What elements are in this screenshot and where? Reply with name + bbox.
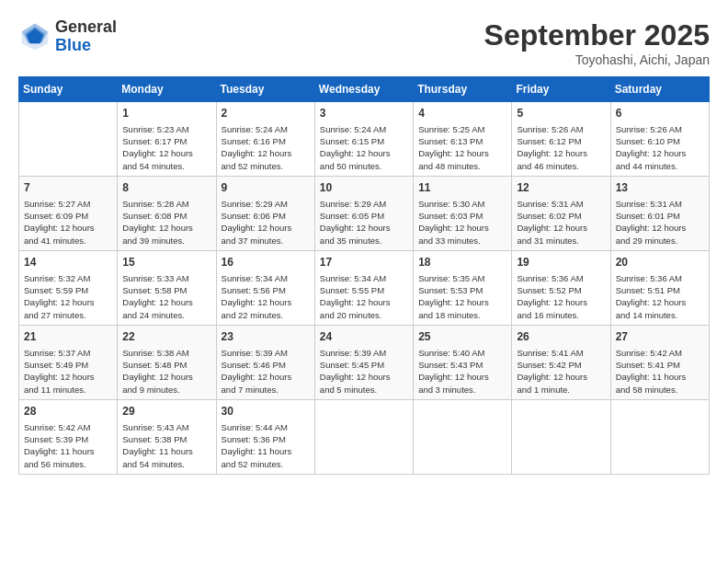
calendar-cell: 27Sunrise: 5:42 AM Sunset: 5:41 PM Dayli… <box>610 325 709 399</box>
day-info: Sunrise: 5:31 AM Sunset: 6:02 PM Dayligh… <box>517 198 605 247</box>
day-number: 30 <box>222 404 310 419</box>
day-number: 19 <box>517 255 605 270</box>
day-number: 9 <box>222 180 310 196</box>
calendar-cell: 11Sunrise: 5:30 AM Sunset: 6:03 PM Dayli… <box>414 176 512 250</box>
day-info: Sunrise: 5:23 AM Sunset: 6:17 PM Dayligh… <box>122 123 210 172</box>
calendar-cell: 24Sunrise: 5:39 AM Sunset: 5:45 PM Dayli… <box>314 325 413 399</box>
calendar-cell: 18Sunrise: 5:35 AM Sunset: 5:53 PM Dayli… <box>414 250 512 325</box>
calendar-cell: 1Sunrise: 5:23 AM Sunset: 6:17 PM Daylig… <box>118 102 216 177</box>
day-info: Sunrise: 5:33 AM Sunset: 5:58 PM Dayligh… <box>122 272 210 321</box>
day-number: 25 <box>418 329 506 345</box>
calendar-cell <box>610 399 709 474</box>
day-info: Sunrise: 5:38 AM Sunset: 5:48 PM Dayligh… <box>122 347 210 396</box>
calendar-cell: 9Sunrise: 5:29 AM Sunset: 6:06 PM Daylig… <box>216 176 314 250</box>
calendar-cell: 3Sunrise: 5:24 AM Sunset: 6:15 PM Daylig… <box>314 102 413 177</box>
day-number: 13 <box>616 180 704 196</box>
day-info: Sunrise: 5:29 AM Sunset: 6:05 PM Dayligh… <box>320 198 408 247</box>
day-info: Sunrise: 5:44 AM Sunset: 5:36 PM Dayligh… <box>222 421 310 470</box>
day-number: 26 <box>517 329 605 345</box>
day-info: Sunrise: 5:37 AM Sunset: 5:49 PM Dayligh… <box>24 347 112 396</box>
day-info: Sunrise: 5:31 AM Sunset: 6:01 PM Dayligh… <box>616 198 704 247</box>
calendar-cell: 22Sunrise: 5:38 AM Sunset: 5:48 PM Dayli… <box>118 325 216 399</box>
day-number: 2 <box>222 106 310 121</box>
day-number: 14 <box>24 255 112 270</box>
day-number: 10 <box>320 180 408 196</box>
calendar-cell: 25Sunrise: 5:40 AM Sunset: 5:43 PM Dayli… <box>414 325 512 399</box>
logo-general-text: General <box>55 17 117 36</box>
calendar-cell <box>19 102 118 177</box>
calendar-cell: 13Sunrise: 5:31 AM Sunset: 6:01 PM Dayli… <box>610 176 709 250</box>
day-number: 28 <box>24 404 112 419</box>
day-info: Sunrise: 5:42 AM Sunset: 5:39 PM Dayligh… <box>24 421 112 470</box>
calendar-cell: 14Sunrise: 5:32 AM Sunset: 5:59 PM Dayli… <box>19 250 118 325</box>
month-title: September 2025 <box>484 18 710 52</box>
week-row-2: 7Sunrise: 5:27 AM Sunset: 6:09 PM Daylig… <box>19 176 710 250</box>
logo-blue-text: Blue <box>55 36 91 54</box>
calendar-cell: 20Sunrise: 5:36 AM Sunset: 5:51 PM Dayli… <box>610 250 709 325</box>
calendar-cell: 23Sunrise: 5:39 AM Sunset: 5:46 PM Dayli… <box>216 325 314 399</box>
calendar-cell: 29Sunrise: 5:43 AM Sunset: 5:38 PM Dayli… <box>118 399 216 474</box>
day-info: Sunrise: 5:26 AM Sunset: 6:12 PM Dayligh… <box>517 123 605 172</box>
day-info: Sunrise: 5:28 AM Sunset: 6:08 PM Dayligh… <box>122 198 210 247</box>
day-info: Sunrise: 5:24 AM Sunset: 6:16 PM Dayligh… <box>222 123 310 172</box>
header-cell-saturday: Saturday <box>610 77 709 102</box>
day-number: 5 <box>517 106 605 121</box>
header-cell-sunday: Sunday <box>19 77 118 102</box>
day-number: 23 <box>222 329 310 345</box>
header-row: SundayMondayTuesdayWednesdayThursdayFrid… <box>19 77 710 102</box>
calendar-cell: 2Sunrise: 5:24 AM Sunset: 6:16 PM Daylig… <box>216 102 314 177</box>
calendar-cell: 17Sunrise: 5:34 AM Sunset: 5:55 PM Dayli… <box>314 250 413 325</box>
day-info: Sunrise: 5:30 AM Sunset: 6:03 PM Dayligh… <box>418 198 506 247</box>
day-number: 21 <box>24 329 112 345</box>
day-info: Sunrise: 5:27 AM Sunset: 6:09 PM Dayligh… <box>24 198 112 247</box>
location-text: Toyohashi, Aichi, Japan <box>484 52 710 67</box>
calendar-cell: 28Sunrise: 5:42 AM Sunset: 5:39 PM Dayli… <box>19 399 118 474</box>
calendar-cell: 10Sunrise: 5:29 AM Sunset: 6:05 PM Dayli… <box>314 176 413 250</box>
title-block: September 2025 Toyohashi, Aichi, Japan <box>484 18 710 67</box>
calendar-cell: 15Sunrise: 5:33 AM Sunset: 5:58 PM Dayli… <box>118 250 216 325</box>
day-number: 15 <box>122 255 210 270</box>
day-info: Sunrise: 5:34 AM Sunset: 5:56 PM Dayligh… <box>222 272 310 321</box>
day-info: Sunrise: 5:25 AM Sunset: 6:13 PM Dayligh… <box>418 123 506 172</box>
day-number: 16 <box>222 255 310 270</box>
day-info: Sunrise: 5:26 AM Sunset: 6:10 PM Dayligh… <box>616 123 704 172</box>
calendar-cell: 4Sunrise: 5:25 AM Sunset: 6:13 PM Daylig… <box>414 102 512 177</box>
logo: General Blue <box>18 18 117 55</box>
calendar-cell: 7Sunrise: 5:27 AM Sunset: 6:09 PM Daylig… <box>19 176 118 250</box>
day-number: 12 <box>517 180 605 196</box>
page-header: General Blue September 2025 Toyohashi, A… <box>18 18 710 67</box>
day-info: Sunrise: 5:34 AM Sunset: 5:55 PM Dayligh… <box>320 272 408 321</box>
week-row-3: 14Sunrise: 5:32 AM Sunset: 5:59 PM Dayli… <box>19 250 710 325</box>
day-number: 6 <box>616 106 704 121</box>
header-cell-wednesday: Wednesday <box>314 77 413 102</box>
calendar-cell: 6Sunrise: 5:26 AM Sunset: 6:10 PM Daylig… <box>610 102 709 177</box>
day-number: 27 <box>616 329 704 345</box>
day-number: 24 <box>320 329 408 345</box>
day-info: Sunrise: 5:29 AM Sunset: 6:06 PM Dayligh… <box>222 198 310 247</box>
day-info: Sunrise: 5:39 AM Sunset: 5:46 PM Dayligh… <box>222 347 310 396</box>
day-number: 11 <box>418 180 506 196</box>
calendar-cell: 5Sunrise: 5:26 AM Sunset: 6:12 PM Daylig… <box>512 102 610 177</box>
day-info: Sunrise: 5:40 AM Sunset: 5:43 PM Dayligh… <box>418 347 506 396</box>
day-info: Sunrise: 5:42 AM Sunset: 5:41 PM Dayligh… <box>616 347 704 396</box>
week-row-1: 1Sunrise: 5:23 AM Sunset: 6:17 PM Daylig… <box>19 102 710 177</box>
calendar-cell: 8Sunrise: 5:28 AM Sunset: 6:08 PM Daylig… <box>118 176 216 250</box>
day-info: Sunrise: 5:35 AM Sunset: 5:53 PM Dayligh… <box>418 272 506 321</box>
day-number: 7 <box>24 180 112 196</box>
day-info: Sunrise: 5:43 AM Sunset: 5:38 PM Dayligh… <box>122 421 210 470</box>
calendar-cell: 21Sunrise: 5:37 AM Sunset: 5:49 PM Dayli… <box>19 325 118 399</box>
calendar-cell: 19Sunrise: 5:36 AM Sunset: 5:52 PM Dayli… <box>512 250 610 325</box>
calendar-cell: 26Sunrise: 5:41 AM Sunset: 5:42 PM Dayli… <box>512 325 610 399</box>
header-cell-tuesday: Tuesday <box>216 77 314 102</box>
day-info: Sunrise: 5:41 AM Sunset: 5:42 PM Dayligh… <box>517 347 605 396</box>
week-row-5: 28Sunrise: 5:42 AM Sunset: 5:39 PM Dayli… <box>19 399 710 474</box>
day-info: Sunrise: 5:36 AM Sunset: 5:51 PM Dayligh… <box>616 272 704 321</box>
calendar-cell <box>512 399 610 474</box>
calendar-cell: 16Sunrise: 5:34 AM Sunset: 5:56 PM Dayli… <box>216 250 314 325</box>
day-info: Sunrise: 5:32 AM Sunset: 5:59 PM Dayligh… <box>24 272 112 321</box>
day-info: Sunrise: 5:24 AM Sunset: 6:15 PM Dayligh… <box>320 123 408 172</box>
day-number: 3 <box>320 106 408 121</box>
day-number: 8 <box>122 180 210 196</box>
logo-icon <box>18 20 51 53</box>
header-cell-monday: Monday <box>118 77 216 102</box>
